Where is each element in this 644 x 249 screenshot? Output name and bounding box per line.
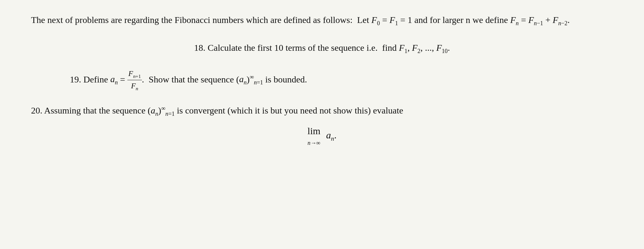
problem-18: 18. Calculate the first 10 terms of the …	[31, 41, 613, 56]
page-content: The next of problems are regarding the F…	[31, 13, 613, 151]
problem-20-text: 20. Assuming that the sequence (an)∞n=1 …	[31, 103, 613, 118]
intro-paragraph: The next of problems are regarding the F…	[31, 13, 613, 28]
problem-19: 19. Define an = Fn+1 Fn . Show that the …	[31, 69, 613, 92]
limit-expression: lim n→∞ an.	[31, 124, 613, 147]
fraction-fn1-fn: Fn+1 Fn	[127, 69, 142, 92]
problem-20: 20. Assuming that the sequence (an)∞n=1 …	[31, 103, 613, 147]
problem-18-number: 18.	[194, 43, 205, 53]
lim-text: lim	[307, 124, 320, 139]
lim-subscript: n→∞	[307, 139, 320, 148]
lim-symbol: lim n→∞	[307, 124, 320, 147]
problem-20-number: 20.	[31, 105, 42, 115]
problem-19-number: 19.	[70, 74, 81, 84]
lim-variable: an.	[326, 128, 337, 144]
